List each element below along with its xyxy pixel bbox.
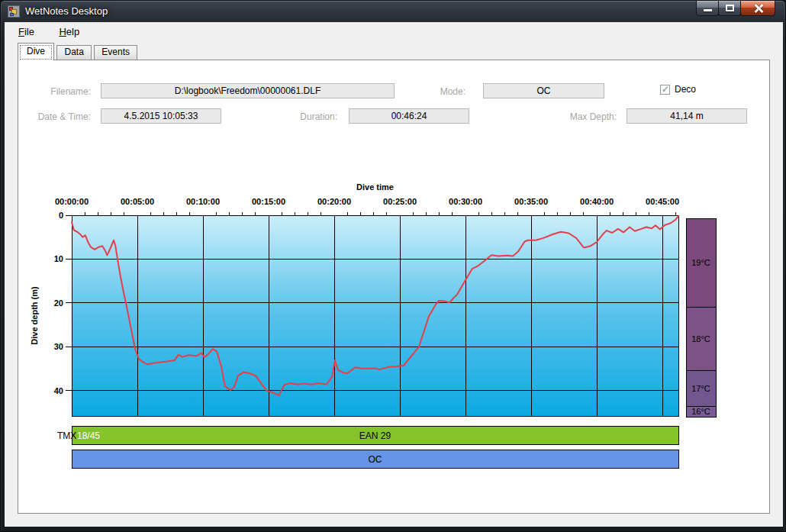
plot-area	[72, 215, 678, 416]
max-depth-field: 41,14 m	[627, 108, 747, 124]
y-axis-title: Dive depth (m)	[30, 286, 39, 345]
x-axis: 00:00:0000:05:0000:10:0000:15:0000:20:00…	[55, 182, 679, 215]
duration-label: Duration:	[261, 111, 337, 122]
svg-text:00:25:00: 00:25:00	[383, 197, 417, 206]
svg-text:00:00:00: 00:00:00	[55, 197, 89, 206]
filename-field: D:\logbook\Freedom\00000061.DLF	[101, 83, 395, 98]
svg-text:30: 30	[54, 342, 63, 351]
checkbox-check-icon: ✓	[662, 84, 669, 95]
caption-buttons	[696, 1, 775, 16]
deco-checkbox: ✓	[660, 85, 670, 95]
svg-text:00:35:00: 00:35:00	[514, 197, 548, 206]
tab-events[interactable]: Events	[94, 45, 137, 60]
svg-text:00:40:00: 00:40:00	[580, 197, 614, 206]
datetime-field: 4.5.2015 10:05:33	[101, 108, 221, 124]
svg-text:00:15:00: 00:15:00	[252, 197, 285, 206]
svg-text:40: 40	[54, 386, 63, 395]
app-icon	[8, 5, 20, 18]
duration-field: 00:46:24	[349, 108, 469, 124]
dive-profile-chart: 00:00:0000:05:0000:10:0000:15:0000:20:00…	[18, 60, 769, 513]
max-depth-label: Max Depth:	[540, 111, 617, 122]
svg-text:00:05:00: 00:05:00	[121, 197, 154, 206]
window-title: WetNotes Desktop	[25, 5, 108, 17]
temperature-label: 16°C	[691, 407, 710, 416]
mode-field: OC	[483, 83, 604, 98]
close-button[interactable]	[740, 1, 775, 16]
gas-center-label: EAN 29	[359, 430, 391, 441]
gas-bar: TMX18/45EAN 29	[57, 426, 678, 444]
gas-overflow-label-dark: TMX	[57, 430, 76, 441]
svg-text:00:45:00: 00:45:00	[646, 197, 679, 206]
menu-item-help[interactable]: Help	[51, 22, 87, 41]
mode-bar: OC	[72, 450, 678, 468]
svg-text:20: 20	[54, 298, 63, 308]
dive-tab-page: 00:00:0000:05:0000:10:0000:15:0000:20:00…	[18, 60, 770, 514]
temperature-label: 19°C	[691, 258, 710, 267]
mode-label: Mode:	[389, 86, 465, 97]
x-axis-title: Dive time	[356, 182, 394, 192]
svg-text:0: 0	[59, 211, 63, 220]
minimize-icon	[704, 9, 712, 11]
tab-strip: Dive Data Events	[18, 43, 137, 60]
maximize-icon	[726, 5, 734, 11]
maximize-button[interactable]	[718, 1, 741, 16]
close-icon	[754, 4, 763, 13]
menu-item-file[interactable]: File	[11, 22, 42, 41]
client-area: File Help Dive Data Events 00:00:0000:05…	[5, 22, 783, 527]
svg-text:00:20:00: 00:20:00	[317, 197, 351, 206]
menu-bar: File Help	[5, 22, 783, 43]
temperature-label: 18°C	[691, 334, 710, 343]
deco-checkbox-wrap: ✓ Deco	[660, 84, 696, 95]
title-bar[interactable]: WetNotes Desktop	[1, 1, 785, 22]
svg-text:10: 10	[54, 254, 63, 263]
filename-label: Filename:	[26, 86, 91, 97]
svg-text:00:10:00: 00:10:00	[186, 197, 220, 206]
datetime-label: Date & Time:	[26, 111, 91, 122]
gas-overflow-label-light: 18/45	[77, 430, 100, 441]
y-axis: 010203040Dive depth (m)	[30, 211, 72, 395]
app-window: WetNotes Desktop File Help Dive Data Eve…	[0, 0, 786, 532]
deco-checkbox-label: Deco	[675, 84, 696, 95]
minimize-button[interactable]	[696, 1, 719, 16]
temperature-bar: 19°C18°C17°C16°C	[686, 218, 716, 417]
tab-data[interactable]: Data	[56, 45, 91, 60]
tab-dive[interactable]: Dive	[18, 43, 54, 60]
mode-bar-label: OC	[369, 454, 382, 465]
temperature-label: 17°C	[691, 384, 710, 393]
svg-text:00:30:00: 00:30:00	[449, 197, 482, 206]
